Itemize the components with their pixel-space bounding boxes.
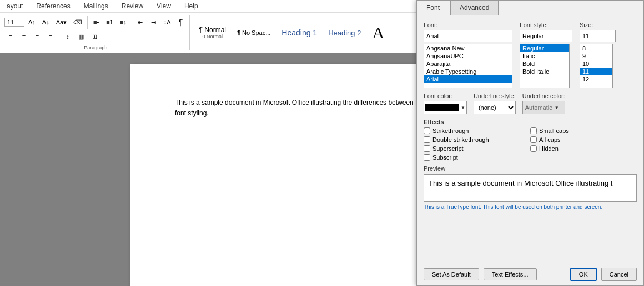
preview-box: This is a sample document in Microsoft O… (424, 174, 637, 202)
subscript-checkbox[interactable] (424, 154, 430, 161)
font-color-picker[interactable]: ▼ (424, 101, 467, 114)
set-default-button[interactable]: Set As Default (424, 268, 479, 280)
font-color-field: Font color: ▼ (424, 93, 467, 114)
increase-indent-btn[interactable]: ⇥ (148, 17, 160, 28)
divider-1 (87, 16, 88, 29)
preview-text: This is a sample document in Microsoft O… (429, 179, 612, 187)
all-caps-row[interactable]: All caps (530, 136, 637, 143)
font-size-display: 11 (4, 18, 24, 27)
font-item-aparajita[interactable]: Aparajita (424, 60, 512, 68)
decrease-font-btn[interactable]: A↓ (39, 17, 52, 27)
dialog-footer: Set As Default Text Effects... OK Cancel (417, 263, 643, 285)
underline-color-field: Underline color: Automatic ▼ (522, 93, 565, 114)
font-name-list[interactable]: Angsana New AngsanaUPC Aparajita Arabic … (424, 53, 512, 88)
style-item-italic[interactable]: Italic (520, 53, 569, 60)
hidden-row[interactable]: Hidden (530, 145, 637, 152)
hidden-label: Hidden (539, 145, 559, 152)
strikethrough-row[interactable]: Strikethrough (424, 127, 530, 134)
line-spacing-btn[interactable]: ↕ (62, 32, 74, 42)
ok-button[interactable]: OK (570, 268, 597, 281)
paragraph-marks-btn[interactable]: ¶ (175, 16, 187, 28)
font-item-angsanaupc[interactable]: AngsanaUPC (424, 53, 512, 60)
menu-review[interactable]: Review (119, 1, 145, 11)
double-strikethrough-row[interactable]: Double strikethrough (424, 136, 530, 143)
size-item-9[interactable]: 9 (580, 53, 612, 60)
style-item-bold[interactable]: Bold (520, 60, 569, 68)
small-caps-label: Small caps (539, 127, 569, 134)
style-h2[interactable]: Heading 2 (324, 27, 365, 39)
small-caps-checkbox[interactable] (530, 127, 537, 134)
size-item-10[interactable]: 10 (580, 60, 612, 68)
menu-references[interactable]: References (34, 1, 72, 11)
borders-btn[interactable]: ⊞ (88, 32, 100, 42)
font-item-arial[interactable]: Arial (424, 75, 512, 83)
small-caps-row[interactable]: Small caps (530, 127, 637, 134)
underline-color-value: Automatic (525, 104, 552, 111)
size-item-12[interactable]: 12 (580, 75, 612, 83)
underline-color-display[interactable]: Automatic ▼ (522, 101, 565, 114)
color-swatch (425, 104, 459, 111)
menu-mailings[interactable]: Mailings (82, 1, 110, 11)
double-strikethrough-checkbox[interactable] (424, 136, 430, 143)
decrease-indent-btn[interactable]: ⇤ (134, 17, 147, 28)
underline-style-label: Underline style: (474, 93, 516, 99)
style-nospace[interactable]: ¶ No Spac... (233, 28, 274, 38)
font-item-arabic-typesetting[interactable]: Arabic Typesetting (424, 68, 512, 75)
menu-layout[interactable]: ayout (4, 1, 25, 11)
style-big-a[interactable]: A (368, 22, 388, 44)
menu-view[interactable]: View (154, 1, 173, 11)
paragraph-label: Paragraph (4, 45, 187, 50)
all-caps-checkbox[interactable] (530, 136, 537, 143)
superscript-label: Superscript (432, 145, 464, 152)
shading-btn[interactable]: ▥ (75, 32, 87, 42)
underline-style-select[interactable]: (none) (474, 101, 516, 114)
clear-format-btn[interactable]: ⌫ (71, 17, 85, 28)
superscript-row[interactable]: Superscript (424, 145, 530, 152)
footer-right: OK Cancel (570, 268, 637, 281)
font-case-btn[interactable]: Aa▾ (53, 17, 69, 28)
dialog-content: Font: Angsana New AngsanaUPC Aparajita A… (417, 53, 643, 263)
multilevel-list-btn[interactable]: ≡↕ (117, 17, 129, 27)
style-h1[interactable]: Heading 1 (278, 27, 321, 39)
strikethrough-checkbox[interactable] (424, 127, 430, 134)
superscript-checkbox[interactable] (424, 145, 430, 152)
preview-section: Preview This is a sample document in Mic… (424, 165, 637, 210)
preview-note: This is a TrueType font. This font will … (424, 204, 637, 210)
number-list-btn[interactable]: ≡1 (103, 17, 116, 27)
align-right-btn[interactable]: ≡ (31, 32, 43, 42)
main-area: This is a sample document in Microsoft O… (0, 53, 644, 286)
color-dropdown-arrow: ▼ (461, 105, 465, 110)
footer-left: Set As Default Text Effects... (424, 268, 537, 280)
style-item-bold-italic[interactable]: Bold Italic (520, 68, 569, 75)
cancel-button[interactable]: Cancel (601, 268, 637, 281)
font-size-field: Size: 8 9 10 11 12 (580, 53, 618, 88)
sort-btn[interactable]: ↕A (161, 17, 174, 27)
text-effects-button[interactable]: Text Effects... (484, 268, 537, 280)
divider-3 (59, 30, 59, 43)
subscript-row[interactable]: Subscript (424, 154, 530, 161)
double-strikethrough-label: Double strikethrough (432, 136, 489, 143)
effects-section: Effects Strikethrough Double strikethrou… (424, 119, 637, 161)
font-section: Font: Angsana New AngsanaUPC Aparajita A… (424, 53, 637, 88)
font-color-label: Font color: (424, 93, 467, 99)
size-item-11[interactable]: 11 (580, 68, 612, 75)
menu-help[interactable]: Help (182, 1, 200, 11)
all-caps-label: All caps (539, 136, 561, 143)
style-normal[interactable]: ¶ Normal 0 Normal (195, 24, 230, 41)
font-style-field: Font style: Regular Italic Bold Bold Ita… (520, 53, 575, 88)
font-style-list[interactable]: Regular Italic Bold Bold Italic (520, 53, 570, 88)
increase-font-btn[interactable]: A↑ (26, 17, 38, 27)
align-left-btn[interactable]: ≡ (4, 32, 17, 42)
bullet-list-btn[interactable]: ≡• (90, 17, 102, 27)
justify-btn[interactable]: ≡ (44, 32, 57, 42)
divider-2 (132, 16, 132, 29)
effects-grid: Strikethrough Double strikethrough Super… (424, 127, 637, 161)
effects-col-right: Small caps All caps Hidden (530, 127, 637, 161)
underline-style-field: Underline style: (none) (474, 93, 516, 114)
align-center-btn[interactable]: ≡ (18, 32, 30, 42)
hidden-checkbox[interactable] (530, 145, 537, 152)
font-name-field: Font: Angsana New AngsanaUPC Aparajita A… (424, 53, 515, 88)
font-group: 11 A↑ A↓ Aa▾ ⌫ ≡• ≡1 ≡↕ ⇤ ⇥ ↕A ¶ (2, 15, 190, 50)
font-size-list[interactable]: 8 9 10 11 12 (580, 53, 613, 88)
underline-color-arrow: ▼ (555, 105, 559, 110)
